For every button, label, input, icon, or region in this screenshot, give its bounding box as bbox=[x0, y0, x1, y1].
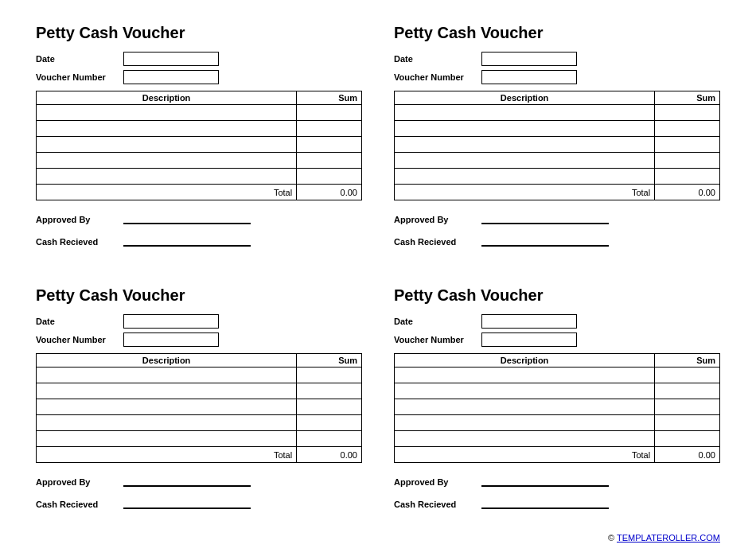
footer-link[interactable]: TEMPLATEROLLER.COM bbox=[617, 533, 720, 542]
voucher-2-cash-line bbox=[481, 232, 609, 247]
voucher-2-approved-row: Approved By bbox=[394, 210, 720, 224]
footer-copyright: © bbox=[608, 533, 617, 542]
voucher-1-date-label: Date bbox=[36, 54, 123, 64]
voucher-2-date-input[interactable] bbox=[481, 52, 577, 66]
voucher-3-total-value: 0.00 bbox=[297, 447, 362, 463]
voucher-1-cash-label: Cash Recieved bbox=[36, 237, 123, 247]
voucher-3-number-label: Voucher Number bbox=[36, 335, 123, 344]
voucher-4-number-row: Voucher Number bbox=[394, 332, 720, 347]
table-row bbox=[37, 137, 362, 153]
voucher-3-desc-header: Description bbox=[37, 354, 297, 368]
voucher-2-table: Description Sum Total 0.00 bbox=[394, 91, 720, 200]
table-row bbox=[395, 121, 720, 137]
table-row bbox=[395, 368, 720, 383]
table-row bbox=[37, 368, 362, 383]
table-row bbox=[37, 169, 362, 185]
voucher-2-total-label: Total bbox=[395, 185, 655, 200]
voucher-4-cash-line bbox=[481, 495, 609, 509]
voucher-1-table-wrapper: Description Sum Total 0.00 bbox=[36, 91, 362, 200]
voucher-2-approved-label: Approved By bbox=[394, 215, 481, 224]
voucher-2-approved-line bbox=[481, 210, 609, 224]
voucher-1-date-input[interactable] bbox=[123, 52, 219, 66]
voucher-4-signatures: Approved By Cash Recieved bbox=[394, 472, 720, 509]
voucher-4-approved-line bbox=[481, 472, 609, 487]
voucher-2-sum-header: Sum bbox=[655, 91, 720, 105]
voucher-2-number-label: Voucher Number bbox=[394, 72, 481, 82]
voucher-1-number-row: Voucher Number bbox=[36, 70, 362, 84]
table-row bbox=[37, 383, 362, 399]
table-row bbox=[395, 137, 720, 153]
voucher-4-approved-row: Approved By bbox=[394, 472, 720, 487]
voucher-2-number-row: Voucher Number bbox=[394, 70, 720, 84]
table-row bbox=[37, 431, 362, 447]
voucher-2-title: Petty Cash Voucher bbox=[394, 24, 720, 42]
voucher-4-total-label: Total bbox=[395, 447, 655, 463]
table-row bbox=[395, 105, 720, 121]
voucher-3-cash-label: Cash Recieved bbox=[36, 500, 123, 509]
voucher-1-approved-label: Approved By bbox=[36, 215, 123, 224]
voucher-1-signatures: Approved By Cash Recieved bbox=[36, 210, 362, 247]
table-row bbox=[395, 431, 720, 447]
voucher-2-date-row: Date bbox=[394, 52, 720, 66]
voucher-3-approved-label: Approved By bbox=[36, 477, 123, 487]
voucher-1-number-label: Voucher Number bbox=[36, 72, 123, 82]
table-row bbox=[395, 153, 720, 169]
voucher-3-cash-line bbox=[123, 495, 251, 509]
voucher-3-date-label: Date bbox=[36, 317, 123, 326]
voucher-2-total-value: 0.00 bbox=[655, 185, 720, 200]
voucher-4-number-input[interactable] bbox=[481, 332, 577, 347]
voucher-3-approved-line bbox=[123, 472, 251, 487]
voucher-4-approved-label: Approved By bbox=[394, 477, 481, 487]
table-row bbox=[395, 399, 720, 415]
voucher-1-total-label: Total bbox=[37, 185, 297, 200]
voucher-1-desc-header: Description bbox=[37, 91, 297, 105]
table-row bbox=[395, 415, 720, 431]
voucher-4-sum-header: Sum bbox=[655, 354, 720, 368]
voucher-4-date-row: Date bbox=[394, 314, 720, 329]
table-row bbox=[395, 169, 720, 185]
voucher-4-total-value: 0.00 bbox=[655, 447, 720, 463]
voucher-4-cash-label: Cash Recieved bbox=[394, 500, 481, 509]
voucher-1-date-row: Date bbox=[36, 52, 362, 66]
voucher-3-date-row: Date bbox=[36, 314, 362, 329]
voucher-3-date-input[interactable] bbox=[123, 314, 219, 329]
voucher-3-total-row: Total 0.00 bbox=[37, 447, 362, 463]
voucher-1-approved-line bbox=[123, 210, 251, 224]
table-row bbox=[395, 383, 720, 399]
voucher-1-sum-header: Sum bbox=[297, 91, 362, 105]
voucher-1-title: Petty Cash Voucher bbox=[36, 24, 362, 42]
voucher-1-cash-line bbox=[123, 232, 251, 247]
voucher-3-title: Petty Cash Voucher bbox=[36, 286, 362, 305]
vouchers-grid: Petty Cash Voucher Date Voucher Number D… bbox=[24, 16, 732, 525]
voucher-1-number-input[interactable] bbox=[123, 70, 219, 84]
voucher-3-cash-row: Cash Recieved bbox=[36, 495, 362, 509]
voucher-1: Petty Cash Voucher Date Voucher Number D… bbox=[24, 16, 374, 262]
voucher-1-table: Description Sum Total 0.00 bbox=[36, 91, 362, 200]
voucher-2-total-row: Total 0.00 bbox=[395, 185, 720, 200]
voucher-4: Petty Cash Voucher Date Voucher Number D… bbox=[382, 278, 732, 525]
voucher-2-desc-header: Description bbox=[395, 91, 655, 105]
voucher-4-date-input[interactable] bbox=[481, 314, 577, 329]
voucher-1-cash-row: Cash Recieved bbox=[36, 232, 362, 247]
voucher-3-approved-row: Approved By bbox=[36, 472, 362, 487]
voucher-1-approved-row: Approved By bbox=[36, 210, 362, 224]
voucher-4-table-wrapper: Description Sum Total 0.00 bbox=[394, 353, 720, 463]
voucher-3: Petty Cash Voucher Date Voucher Number D… bbox=[24, 278, 374, 525]
voucher-4-total-row: Total 0.00 bbox=[395, 447, 720, 463]
table-row bbox=[37, 399, 362, 415]
footer: © TEMPLATEROLLER.COM bbox=[24, 533, 732, 542]
page: Petty Cash Voucher Date Voucher Number D… bbox=[0, 0, 756, 560]
table-row bbox=[37, 105, 362, 121]
voucher-2-number-input[interactable] bbox=[481, 70, 577, 84]
voucher-1-total-row: Total 0.00 bbox=[37, 185, 362, 200]
voucher-3-sum-header: Sum bbox=[297, 354, 362, 368]
voucher-2-table-wrapper: Description Sum Total 0.00 bbox=[394, 91, 720, 200]
table-row bbox=[37, 121, 362, 137]
voucher-4-date-label: Date bbox=[394, 317, 481, 326]
voucher-4-cash-row: Cash Recieved bbox=[394, 495, 720, 509]
voucher-3-total-label: Total bbox=[37, 447, 297, 463]
voucher-4-number-label: Voucher Number bbox=[394, 335, 481, 344]
voucher-2-date-label: Date bbox=[394, 54, 481, 64]
voucher-3-number-input[interactable] bbox=[123, 332, 219, 347]
voucher-2-cash-row: Cash Recieved bbox=[394, 232, 720, 247]
